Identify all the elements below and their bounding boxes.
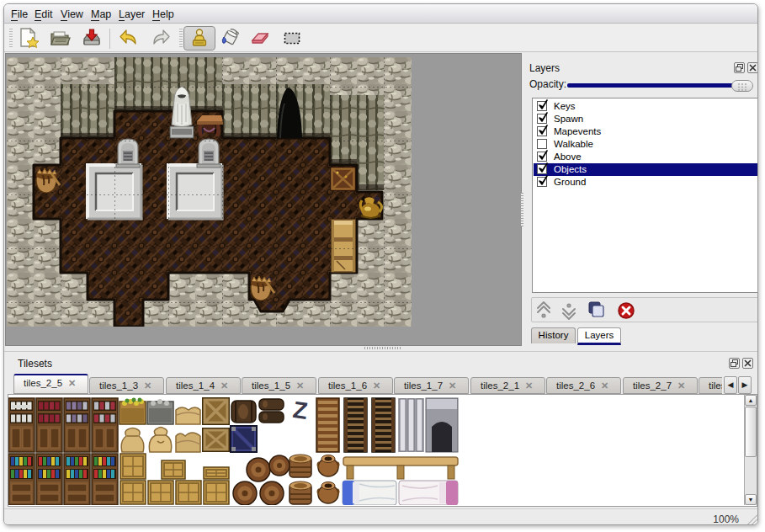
svg-text:Z: Z <box>291 396 309 424</box>
